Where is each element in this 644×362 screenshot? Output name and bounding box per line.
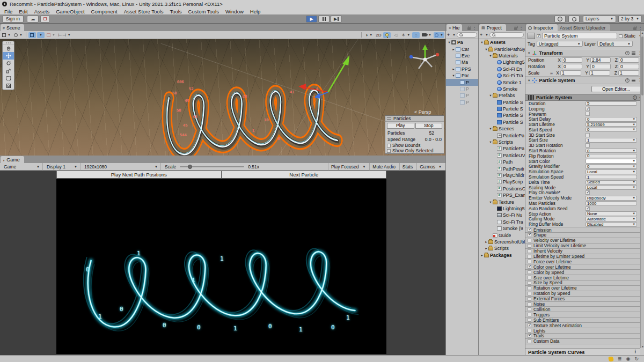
cache-server-icon[interactable]: ≣ <box>618 357 622 361</box>
foldout-arrow[interactable] <box>451 68 456 71</box>
collab-error-button[interactable] <box>40 16 50 23</box>
shading-mode-dropdown[interactable]: ◑▼ <box>364 32 374 38</box>
scale-knob[interactable] <box>188 165 192 169</box>
module-checkbox[interactable] <box>528 318 531 322</box>
module-checkbox[interactable] <box>528 239 531 242</box>
module-checkbox[interactable] <box>528 292 531 295</box>
resolution-dropdown[interactable]: 1920x1080▼ <box>82 163 161 171</box>
ps-main-module-header[interactable]: Particle System !+ <box>525 94 644 101</box>
property-field[interactable]: 1▼ <box>586 138 637 143</box>
foldout-arrow[interactable] <box>488 201 493 204</box>
effects-dropdown[interactable]: ✳▼ <box>400 32 411 38</box>
grid-snapping-dropdown[interactable]: ▼ <box>37 32 45 38</box>
asset-row[interactable]: Smoke <box>479 86 525 92</box>
game-render-area[interactable]: Play Next Path Positions Next Particle 0… <box>56 171 386 354</box>
help-icon[interactable]: ? <box>625 78 630 83</box>
foldout-arrow[interactable] <box>484 48 488 51</box>
property-field[interactable]: Automatic▼ <box>586 217 637 221</box>
property-field[interactable]: 5▼ <box>586 101 637 106</box>
asset-row[interactable]: ParticlePathSy <box>479 46 525 52</box>
module-checkbox[interactable] <box>528 276 531 279</box>
property-field[interactable]: Disabled▼ <box>586 222 637 227</box>
display-dropdown[interactable]: Display 1▼ <box>44 163 80 171</box>
scale-tool-button[interactable] <box>3 67 14 75</box>
asset-row[interactable]: PositionsC <box>479 186 525 192</box>
module-checkbox[interactable] <box>528 286 531 290</box>
hierarchy-search-input[interactable] <box>457 32 477 38</box>
asset-row[interactable]: PlayScrip <box>479 179 525 185</box>
menu-item[interactable]: Window <box>222 9 247 14</box>
asset-row[interactable]: PlayChildr <box>479 172 525 179</box>
asset-row[interactable]: PathPositi <box>479 165 525 172</box>
module-checkbox[interactable] <box>528 265 531 269</box>
hierarchy-row[interactable]: Par <box>446 72 478 79</box>
audio-toggle[interactable]: ◁ <box>392 32 399 38</box>
asset-row[interactable]: Prefabs <box>479 92 525 99</box>
menu-item[interactable]: Help <box>247 9 264 14</box>
scale-y-field[interactable]: 1 <box>589 70 610 76</box>
asset-row[interactable]: Scripts <box>479 245 525 252</box>
property-checkbox[interactable] <box>586 112 590 116</box>
module-checkbox[interactable] <box>528 249 531 253</box>
presets-icon[interactable] <box>632 79 635 82</box>
position-x-field[interactable]: 0 <box>562 57 582 63</box>
position-z-field[interactable]: 0 <box>619 57 639 63</box>
particles-stop-button[interactable]: Stop <box>415 123 443 129</box>
rotation-y-field[interactable]: 0 <box>590 64 611 69</box>
mute-audio-toggle[interactable]: Mute Audio <box>369 163 398 171</box>
property-field[interactable]: 0▼ <box>586 117 637 122</box>
property-checkbox[interactable] <box>586 107 590 111</box>
gizmos-dropdown[interactable]: ▼ <box>434 32 444 38</box>
asset-row[interactable]: Materials <box>479 53 525 59</box>
property-field[interactable]: 1000▼ <box>586 201 637 206</box>
asset-row[interactable]: Sci-Fi Nu <box>479 212 525 218</box>
asset-row[interactable]: Particle S <box>479 112 525 119</box>
layers-dropdown[interactable]: Layers▼ <box>583 16 616 23</box>
menu-item[interactable]: Asset Store Tools <box>121 9 167 14</box>
property-checkbox[interactable] <box>586 206 590 211</box>
play-button[interactable]: ▶ <box>306 16 317 23</box>
hidden-objects-toggle[interactable]: ◌ <box>412 32 420 38</box>
asset-row[interactable]: Scripts <box>479 139 525 145</box>
asset-row[interactable]: Lightning5 <box>479 59 525 65</box>
constrain-proportions-icon[interactable]: ∞ <box>550 71 554 75</box>
static-checkbox[interactable] <box>619 34 623 38</box>
module-checkbox[interactable] <box>528 302 531 306</box>
layer-dropdown[interactable]: Default▼ <box>597 41 633 47</box>
foldout-arrow[interactable]: ▼ <box>528 51 530 55</box>
help-icon[interactable]: ? <box>625 51 630 55</box>
asset-row[interactable]: ScreenshotUtil <box>479 239 525 245</box>
scale-z-field[interactable]: 1 <box>618 70 639 76</box>
asset-row[interactable]: Path <box>479 159 525 165</box>
asset-row[interactable]: ParticlePa <box>479 145 525 152</box>
asset-row[interactable]: Scenes <box>479 125 525 132</box>
inspector-scrollbar[interactable]: ▲▼ <box>640 31 644 348</box>
2d-toggle[interactable]: 2D <box>375 32 382 38</box>
foldout-arrow[interactable] <box>488 127 493 130</box>
kebab-menu-icon[interactable]: ⋮ <box>633 350 638 354</box>
module-checkbox[interactable] <box>528 260 531 263</box>
menu-item[interactable]: Assets <box>31 9 53 14</box>
module-checkbox[interactable] <box>528 323 531 327</box>
rotation-z-field[interactable]: 0 <box>619 64 639 69</box>
lock-icon[interactable] <box>514 27 517 30</box>
project-search-input[interactable] <box>489 32 524 38</box>
foldout-arrow[interactable] <box>484 240 488 243</box>
transform-tool-button[interactable] <box>3 82 14 90</box>
move-tool-button[interactable] <box>3 52 14 60</box>
menu-item[interactable]: GameObject <box>53 9 87 14</box>
pause-button[interactable] <box>318 16 330 23</box>
property-field[interactable]: Scaled▼ <box>586 180 637 185</box>
sign-in-button[interactable]: Sign in <box>2 16 24 23</box>
asset-row[interactable]: Texture <box>479 198 525 205</box>
module-checkbox[interactable] <box>528 339 531 343</box>
module-checkbox[interactable] <box>528 297 531 301</box>
hierarchy-row[interactable]: P <box>446 99 478 106</box>
show-only-selected-checkbox[interactable] <box>387 149 391 153</box>
hierarchy-row[interactable]: PPS <box>446 66 478 72</box>
rotation-x-field[interactable]: 0 <box>562 64 582 69</box>
foldout-arrow[interactable] <box>488 94 493 97</box>
game-gizmos-dropdown[interactable]: Gizmos▼ <box>416 163 444 171</box>
next-particle-button[interactable]: Next Particle <box>222 171 387 179</box>
module-checkbox[interactable] <box>528 313 531 316</box>
